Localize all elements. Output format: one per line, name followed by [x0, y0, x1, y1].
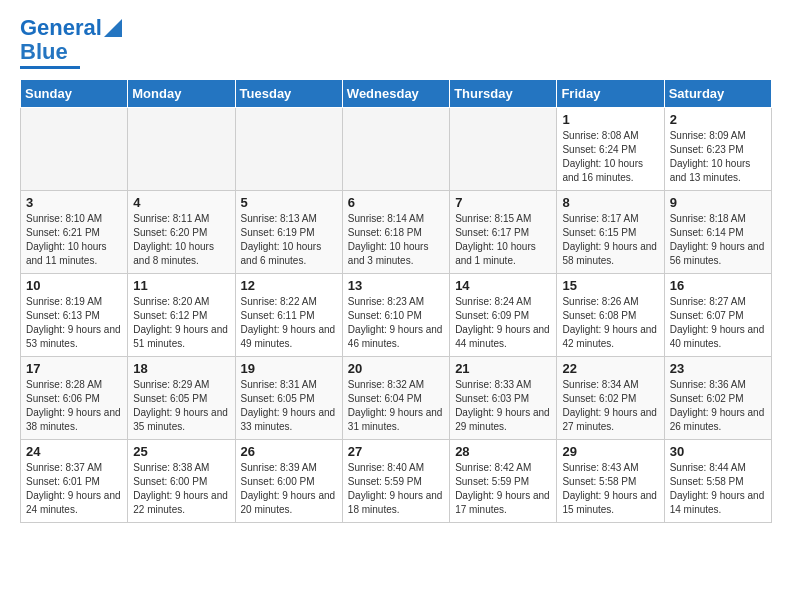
day-info: Sunrise: 8:39 AMSunset: 6:00 PMDaylight:…	[241, 461, 337, 517]
day-info: Sunrise: 8:32 AMSunset: 6:04 PMDaylight:…	[348, 378, 444, 434]
weekday-header-tuesday: Tuesday	[235, 80, 342, 108]
day-info: Sunrise: 8:17 AMSunset: 6:15 PMDaylight:…	[562, 212, 658, 268]
day-info: Sunrise: 8:33 AMSunset: 6:03 PMDaylight:…	[455, 378, 551, 434]
calendar-cell: 5Sunrise: 8:13 AMSunset: 6:19 PMDaylight…	[235, 191, 342, 274]
day-info: Sunrise: 8:09 AMSunset: 6:23 PMDaylight:…	[670, 129, 766, 185]
day-number: 2	[670, 112, 766, 127]
calendar-cell: 27Sunrise: 8:40 AMSunset: 5:59 PMDayligh…	[342, 440, 449, 523]
calendar-cell: 13Sunrise: 8:23 AMSunset: 6:10 PMDayligh…	[342, 274, 449, 357]
weekday-header-sunday: Sunday	[21, 80, 128, 108]
calendar-cell: 30Sunrise: 8:44 AMSunset: 5:58 PMDayligh…	[664, 440, 771, 523]
day-info: Sunrise: 8:34 AMSunset: 6:02 PMDaylight:…	[562, 378, 658, 434]
calendar-cell	[235, 108, 342, 191]
day-info: Sunrise: 8:40 AMSunset: 5:59 PMDaylight:…	[348, 461, 444, 517]
day-info: Sunrise: 8:28 AMSunset: 6:06 PMDaylight:…	[26, 378, 122, 434]
day-info: Sunrise: 8:10 AMSunset: 6:21 PMDaylight:…	[26, 212, 122, 268]
day-number: 9	[670, 195, 766, 210]
day-number: 13	[348, 278, 444, 293]
weekday-header-friday: Friday	[557, 80, 664, 108]
calendar-cell: 10Sunrise: 8:19 AMSunset: 6:13 PMDayligh…	[21, 274, 128, 357]
calendar-cell: 2Sunrise: 8:09 AMSunset: 6:23 PMDaylight…	[664, 108, 771, 191]
day-info: Sunrise: 8:20 AMSunset: 6:12 PMDaylight:…	[133, 295, 229, 351]
day-info: Sunrise: 8:36 AMSunset: 6:02 PMDaylight:…	[670, 378, 766, 434]
calendar-cell: 4Sunrise: 8:11 AMSunset: 6:20 PMDaylight…	[128, 191, 235, 274]
day-info: Sunrise: 8:43 AMSunset: 5:58 PMDaylight:…	[562, 461, 658, 517]
day-number: 24	[26, 444, 122, 459]
day-number: 4	[133, 195, 229, 210]
day-info: Sunrise: 8:31 AMSunset: 6:05 PMDaylight:…	[241, 378, 337, 434]
day-info: Sunrise: 8:22 AMSunset: 6:11 PMDaylight:…	[241, 295, 337, 351]
calendar-cell: 21Sunrise: 8:33 AMSunset: 6:03 PMDayligh…	[450, 357, 557, 440]
day-number: 26	[241, 444, 337, 459]
svg-marker-0	[104, 19, 122, 37]
calendar-cell	[342, 108, 449, 191]
day-info: Sunrise: 8:27 AMSunset: 6:07 PMDaylight:…	[670, 295, 766, 351]
day-number: 20	[348, 361, 444, 376]
calendar-cell: 7Sunrise: 8:15 AMSunset: 6:17 PMDaylight…	[450, 191, 557, 274]
calendar-cell: 3Sunrise: 8:10 AMSunset: 6:21 PMDaylight…	[21, 191, 128, 274]
weekday-header-saturday: Saturday	[664, 80, 771, 108]
logo-text-blue: Blue	[20, 40, 68, 64]
calendar-cell: 23Sunrise: 8:36 AMSunset: 6:02 PMDayligh…	[664, 357, 771, 440]
weekday-header-thursday: Thursday	[450, 80, 557, 108]
day-number: 1	[562, 112, 658, 127]
calendar-week-row: 1Sunrise: 8:08 AMSunset: 6:24 PMDaylight…	[21, 108, 772, 191]
day-info: Sunrise: 8:37 AMSunset: 6:01 PMDaylight:…	[26, 461, 122, 517]
calendar: SundayMondayTuesdayWednesdayThursdayFrid…	[20, 79, 772, 523]
calendar-cell: 8Sunrise: 8:17 AMSunset: 6:15 PMDaylight…	[557, 191, 664, 274]
calendar-cell: 18Sunrise: 8:29 AMSunset: 6:05 PMDayligh…	[128, 357, 235, 440]
header: General Blue	[20, 16, 772, 69]
day-info: Sunrise: 8:18 AMSunset: 6:14 PMDaylight:…	[670, 212, 766, 268]
calendar-cell: 20Sunrise: 8:32 AMSunset: 6:04 PMDayligh…	[342, 357, 449, 440]
day-number: 14	[455, 278, 551, 293]
calendar-cell: 24Sunrise: 8:37 AMSunset: 6:01 PMDayligh…	[21, 440, 128, 523]
logo-bird-icon	[104, 19, 122, 37]
day-number: 30	[670, 444, 766, 459]
calendar-cell: 25Sunrise: 8:38 AMSunset: 6:00 PMDayligh…	[128, 440, 235, 523]
day-info: Sunrise: 8:13 AMSunset: 6:19 PMDaylight:…	[241, 212, 337, 268]
day-info: Sunrise: 8:42 AMSunset: 5:59 PMDaylight:…	[455, 461, 551, 517]
calendar-cell: 1Sunrise: 8:08 AMSunset: 6:24 PMDaylight…	[557, 108, 664, 191]
weekday-header-monday: Monday	[128, 80, 235, 108]
day-info: Sunrise: 8:29 AMSunset: 6:05 PMDaylight:…	[133, 378, 229, 434]
day-info: Sunrise: 8:08 AMSunset: 6:24 PMDaylight:…	[562, 129, 658, 185]
calendar-cell: 22Sunrise: 8:34 AMSunset: 6:02 PMDayligh…	[557, 357, 664, 440]
logo: General Blue	[20, 16, 122, 69]
calendar-cell: 19Sunrise: 8:31 AMSunset: 6:05 PMDayligh…	[235, 357, 342, 440]
calendar-week-row: 3Sunrise: 8:10 AMSunset: 6:21 PMDaylight…	[21, 191, 772, 274]
day-info: Sunrise: 8:19 AMSunset: 6:13 PMDaylight:…	[26, 295, 122, 351]
day-number: 18	[133, 361, 229, 376]
calendar-week-row: 24Sunrise: 8:37 AMSunset: 6:01 PMDayligh…	[21, 440, 772, 523]
day-info: Sunrise: 8:14 AMSunset: 6:18 PMDaylight:…	[348, 212, 444, 268]
calendar-week-row: 17Sunrise: 8:28 AMSunset: 6:06 PMDayligh…	[21, 357, 772, 440]
day-info: Sunrise: 8:15 AMSunset: 6:17 PMDaylight:…	[455, 212, 551, 268]
day-info: Sunrise: 8:26 AMSunset: 6:08 PMDaylight:…	[562, 295, 658, 351]
day-number: 27	[348, 444, 444, 459]
day-number: 10	[26, 278, 122, 293]
day-number: 8	[562, 195, 658, 210]
calendar-cell	[450, 108, 557, 191]
logo-underline	[20, 66, 80, 69]
day-number: 28	[455, 444, 551, 459]
calendar-cell: 14Sunrise: 8:24 AMSunset: 6:09 PMDayligh…	[450, 274, 557, 357]
calendar-cell: 15Sunrise: 8:26 AMSunset: 6:08 PMDayligh…	[557, 274, 664, 357]
calendar-cell: 11Sunrise: 8:20 AMSunset: 6:12 PMDayligh…	[128, 274, 235, 357]
day-number: 21	[455, 361, 551, 376]
calendar-cell: 9Sunrise: 8:18 AMSunset: 6:14 PMDaylight…	[664, 191, 771, 274]
day-number: 15	[562, 278, 658, 293]
calendar-cell: 29Sunrise: 8:43 AMSunset: 5:58 PMDayligh…	[557, 440, 664, 523]
day-number: 7	[455, 195, 551, 210]
day-number: 6	[348, 195, 444, 210]
day-number: 19	[241, 361, 337, 376]
logo-text: General	[20, 16, 102, 40]
day-number: 5	[241, 195, 337, 210]
calendar-cell: 6Sunrise: 8:14 AMSunset: 6:18 PMDaylight…	[342, 191, 449, 274]
day-number: 23	[670, 361, 766, 376]
weekday-header-row: SundayMondayTuesdayWednesdayThursdayFrid…	[21, 80, 772, 108]
calendar-cell	[21, 108, 128, 191]
page: General Blue SundayMondayTuesdayWednesda…	[0, 0, 792, 543]
day-info: Sunrise: 8:44 AMSunset: 5:58 PMDaylight:…	[670, 461, 766, 517]
calendar-cell	[128, 108, 235, 191]
day-info: Sunrise: 8:24 AMSunset: 6:09 PMDaylight:…	[455, 295, 551, 351]
day-number: 12	[241, 278, 337, 293]
